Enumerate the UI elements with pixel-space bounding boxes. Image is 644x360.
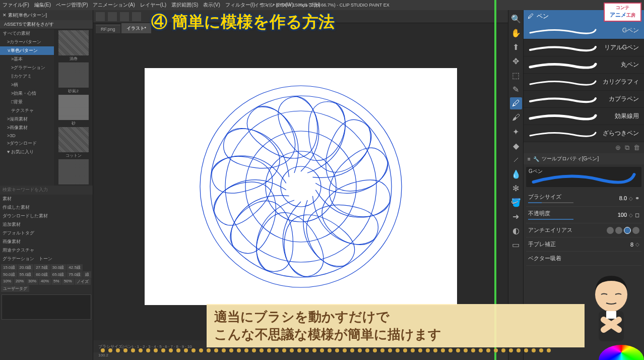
- blend-tool[interactable]: ⟋: [510, 154, 522, 166]
- menu-icon[interactable]: ≡: [528, 156, 531, 162]
- prop-vector-snap[interactable]: ベクター吸着: [526, 252, 641, 266]
- tag-chip[interactable]: 10%: [1, 278, 13, 285]
- tag-chip[interactable]: 20%: [14, 278, 26, 285]
- tree-item[interactable]: >3D: [0, 132, 54, 139]
- stepper-icon[interactable]: ◇: [629, 196, 633, 201]
- stepper-icon[interactable]: ◇: [629, 212, 633, 218]
- tree-item[interactable]: ∥カケアミ: [0, 72, 54, 81]
- tree-item[interactable]: >柄: [0, 81, 54, 89]
- menu-page[interactable]: ページ管理(P): [56, 2, 88, 9]
- menu-anim[interactable]: アニメーション(A): [93, 2, 135, 9]
- tag-chip[interactable]: 15.0線: [1, 264, 17, 271]
- subtool-item[interactable]: カブラペン: [524, 91, 644, 108]
- menu-file[interactable]: ファイル(F): [3, 2, 29, 9]
- tree-item[interactable]: >カラーパターン: [0, 38, 54, 46]
- aa-none[interactable]: [607, 227, 614, 234]
- tag-category[interactable]: 用途テクスチャ: [0, 246, 93, 255]
- prop-antialias[interactable]: アンチエイリアス: [526, 223, 641, 237]
- tag-chip[interactable]: 50%: [62, 278, 74, 285]
- stepper-icon[interactable]: ◇: [635, 242, 639, 247]
- tree-item[interactable]: >ダウンロード: [0, 139, 54, 148]
- subtool-item[interactable]: Gペン: [524, 22, 644, 39]
- aa-mid[interactable]: [624, 227, 631, 234]
- tag-chip[interactable]: ノイズ: [75, 278, 91, 285]
- figure-tool[interactable]: ◐: [510, 224, 522, 236]
- canvas-viewport[interactable]: [93, 33, 508, 340]
- airbrush-tool[interactable]: ✦: [510, 126, 522, 138]
- fill-drop-tool[interactable]: 💧: [510, 168, 522, 180]
- tag-category[interactable]: 素材: [0, 195, 93, 203]
- tree-item[interactable]: >基本: [0, 55, 54, 64]
- tree-item[interactable]: >漫画素材: [0, 115, 54, 124]
- tag-chip[interactable]: 線: [83, 271, 91, 278]
- prop-opacity[interactable]: 不透明度 100◇◻: [526, 207, 641, 223]
- doc-tab-1[interactable]: RF.png: [96, 25, 120, 33]
- tag-category[interactable]: 画像素材: [0, 237, 93, 246]
- material-thumb[interactable]: 岩肌: [54, 159, 93, 186]
- menu-edit[interactable]: 編集(E): [34, 2, 51, 9]
- frame-tool[interactable]: ▭: [510, 238, 522, 251]
- gradient-tool[interactable]: ➜: [510, 210, 522, 222]
- tag-category[interactable]: 追加素材: [0, 220, 93, 229]
- tag-chip[interactable]: 30%: [26, 278, 38, 285]
- toolbar-btn[interactable]: [120, 12, 129, 21]
- tree-item[interactable]: >グラデーション: [0, 64, 54, 72]
- tag-search[interactable]: 検索キーワードを入力: [0, 186, 93, 195]
- menu-layer[interactable]: レイヤー(L): [140, 2, 166, 9]
- tree-item[interactable]: テクスチャ: [0, 106, 54, 115]
- user-tag-area[interactable]: [2, 294, 91, 320]
- tree-item[interactable]: ♥ お気に入り: [0, 148, 54, 156]
- link-icon[interactable]: ◻: [635, 212, 639, 218]
- tag-chip[interactable]: 55.0線: [18, 271, 34, 278]
- delete-icon[interactable]: 🗑: [633, 144, 640, 152]
- tag-chip[interactable]: 60.0線: [34, 271, 50, 278]
- aa-weak[interactable]: [615, 227, 622, 234]
- tag-category[interactable]: デフォルトタグ: [0, 229, 93, 237]
- tag-chip[interactable]: 42.5線: [67, 264, 83, 271]
- tree-item[interactable]: >画像素材: [0, 124, 54, 132]
- assets-search-bar[interactable]: ASSETSで素材をさがす: [0, 20, 93, 29]
- prop-brush-size[interactable]: ブラシサイズ 8.0◇⚭: [526, 190, 641, 207]
- tag-chip[interactable]: 30.0線: [50, 264, 67, 271]
- eraser-tool[interactable]: ◆: [510, 140, 522, 152]
- tag-chip[interactable]: 75.0線: [67, 271, 83, 278]
- menu-filter[interactable]: フィルター(I): [225, 2, 255, 9]
- menu-select[interactable]: 選択範囲(S): [171, 2, 198, 9]
- aa-strong[interactable]: [632, 227, 639, 234]
- subtool-item[interactable]: 効果線用: [524, 108, 644, 125]
- close-icon[interactable]: ✕: [3, 13, 7, 18]
- material-thumb[interactable]: 砂: [54, 95, 93, 126]
- duplicate-icon[interactable]: ⧉: [625, 144, 629, 152]
- tag-chip[interactable]: 40%: [39, 278, 51, 285]
- move-tool[interactable]: ✥: [510, 55, 522, 67]
- aa-options[interactable]: [607, 227, 639, 234]
- toolbar-btn[interactable]: [96, 12, 105, 21]
- tag-chip[interactable]: 20.0線: [18, 264, 34, 271]
- add-subtool-icon[interactable]: ⊕: [615, 144, 621, 152]
- tree-item[interactable]: □背景: [0, 98, 54, 106]
- tree-item[interactable]: >効果・心情: [0, 89, 54, 98]
- tag-chip[interactable]: 65.0線: [50, 271, 67, 278]
- toolbar-btn[interactable]: [108, 12, 117, 21]
- tag-category[interactable]: ダウンロードした素材: [0, 212, 93, 220]
- select-tool[interactable]: ⬚: [510, 69, 522, 81]
- subtool-item[interactable]: リアルGペン: [524, 39, 644, 56]
- toolbar-btn[interactable]: [132, 12, 141, 21]
- material-thumb[interactable]: 砂嵐2: [54, 63, 93, 94]
- subtool-item[interactable]: 丸ペン: [524, 56, 644, 74]
- subtool-item[interactable]: ざらつきペン: [524, 125, 644, 142]
- deco-tool[interactable]: ✻: [510, 182, 522, 194]
- tree-item[interactable]: すべての素材: [0, 29, 54, 38]
- material-thumbs[interactable]: 渦巻砂嵐2砂コットン岩肌木材大理石中目細目: [54, 29, 93, 186]
- canvas[interactable]: [145, 68, 457, 305]
- pencil-tool[interactable]: ✎: [510, 83, 522, 95]
- material-thumb[interactable]: コットン: [54, 127, 93, 158]
- prop-stabilize[interactable]: 手ブレ補正 8◇: [526, 237, 641, 252]
- menu-view[interactable]: 表示(V): [203, 2, 220, 9]
- tag-chip[interactable]: 5%: [51, 278, 61, 285]
- tag-chip[interactable]: ユーザータグ: [1, 285, 29, 292]
- tag-category[interactable]: 作成した素材: [0, 203, 93, 212]
- tree-item[interactable]: ∨単色パターン: [0, 46, 54, 55]
- link-icon[interactable]: ⚭: [635, 195, 639, 202]
- tag-category[interactable]: グラデーション トーン: [0, 255, 93, 263]
